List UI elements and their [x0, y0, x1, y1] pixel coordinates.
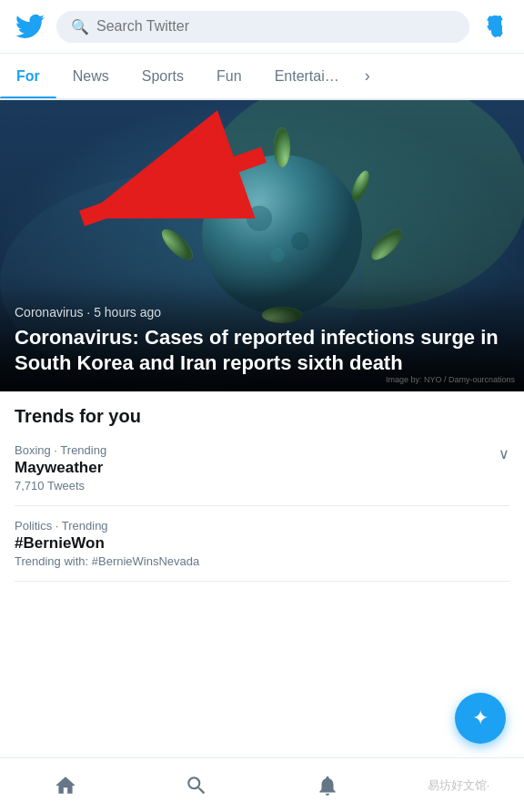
- bottom-nav: 易坊好文馆·: [0, 757, 524, 812]
- chevron-down-icon-1[interactable]: ∨: [499, 443, 509, 462]
- tab-news[interactable]: News: [56, 56, 126, 97]
- compose-icon: ✦: [472, 706, 489, 730]
- search-bar[interactable]: 🔍: [56, 11, 469, 43]
- bottom-nav-notifications[interactable]: [262, 758, 393, 812]
- tab-entertainment[interactable]: Entertai…: [258, 56, 356, 97]
- trend-content-1: Boxing · Trending Mayweather 7,710 Tweet…: [15, 443, 499, 492]
- hero-category: Coronavirus · 5 hours ago: [15, 305, 509, 320]
- trend-category-1: Boxing · Trending: [15, 443, 499, 457]
- trend-category-2: Politics · Trending: [15, 519, 509, 533]
- tab-sports[interactable]: Sports: [126, 56, 200, 97]
- search-input[interactable]: [96, 18, 455, 35]
- trend-name-2: #BernieWon: [15, 534, 509, 553]
- hero-title: Coronavirus: Cases of reported infection…: [15, 325, 509, 375]
- hero-watermark: Image by: NYO / Damy-ourcnations: [386, 375, 515, 384]
- bottom-nav-home[interactable]: [0, 758, 131, 812]
- nav-more-button[interactable]: ›: [356, 54, 379, 98]
- trend-item-1[interactable]: Boxing · Trending Mayweather 7,710 Tweet…: [15, 431, 509, 506]
- trend-meta-2: Trending with: #BernieWinsNevada: [15, 554, 509, 568]
- nav-tabs: For News Sports Fun Entertai… ›: [0, 54, 524, 100]
- app-header: 🔍: [0, 0, 524, 54]
- trend-name-1: Mayweather: [15, 459, 499, 477]
- bottom-nav-brand: 易坊好文馆·: [393, 758, 524, 812]
- trend-item-2[interactable]: Politics · Trending #BernieWon Trending …: [15, 506, 509, 582]
- bottom-nav-search[interactable]: [131, 758, 262, 812]
- trends-section: Trends for you Boxing · Trending Mayweat…: [0, 391, 524, 582]
- compose-tweet-button[interactable]: ✦: [455, 693, 506, 744]
- trend-meta-1: 7,710 Tweets: [15, 479, 499, 492]
- hero-section[interactable]: Coronavirus · 5 hours ago Coronavirus: C…: [0, 100, 524, 391]
- trend-content-2: Politics · Trending #BernieWon Trending …: [15, 519, 509, 568]
- search-icon: 🔍: [71, 18, 89, 36]
- settings-button[interactable]: [479, 10, 511, 43]
- twitter-logo[interactable]: [13, 9, 47, 44]
- tab-fun[interactable]: Fun: [200, 56, 258, 97]
- tab-for[interactable]: For: [0, 56, 56, 97]
- trends-title: Trends for you: [15, 406, 509, 427]
